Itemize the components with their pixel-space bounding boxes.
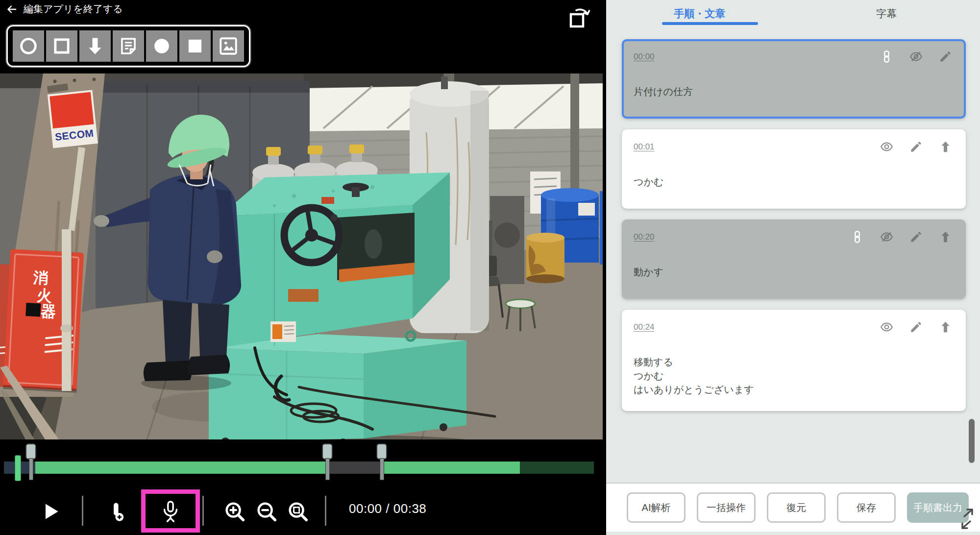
filled-square-tool-button[interactable] [179,30,211,62]
card-actions [880,140,952,153]
panel-tabs: 手順・文章 字幕 [606,0,980,27]
arrow-tool-button[interactable] [79,30,111,62]
eye-off-icon[interactable] [880,230,893,243]
active-tab-underline [662,22,758,25]
arrow-down-icon [85,36,105,56]
expand-panel-button[interactable] [957,508,977,530]
square-filled-icon [185,36,205,56]
note-tool-button[interactable] [113,30,144,62]
arrow-up-icon[interactable] [939,230,952,243]
arrow-up-icon[interactable] [939,140,952,153]
link-icon[interactable] [880,50,893,63]
card-timestamp[interactable]: 00:24 [634,322,655,332]
card-line: はいありがとうございます [634,383,953,396]
circle-filled-icon [151,36,172,56]
extinguisher-char-2: 火 [36,287,52,305]
timeline-segment[interactable] [35,462,327,474]
marker-head [322,443,333,460]
card-timestamp[interactable]: 00:20 [634,232,655,242]
card-header: 00:01 [634,140,953,153]
exit-app-label: 編集アプリを終了する [24,2,123,16]
panel-footer: AI解析一括操作復元保存手順書出力 [606,483,980,532]
shape-toolbar [6,25,250,67]
card-text: 片付けの仕方 [634,85,953,98]
zoom-in-button[interactable] [223,500,246,523]
timeline-marker-handle[interactable] [376,443,387,480]
add-marker-button[interactable] [104,501,126,522]
step-card[interactable]: 00:24 移動するつかむはいありがとうございます [622,310,966,411]
card-text: 移動するつかむはいありがとうございます [634,355,953,396]
time-display: 00:00 / 00:38 [349,483,426,535]
panel-scrollbar[interactable] [969,419,975,463]
timeline-marker-handle[interactable] [25,443,36,480]
circle-tool-button[interactable] [13,30,44,62]
edit-icon[interactable] [909,320,923,334]
exit-app-button[interactable]: 編集アプリを終了する [6,2,123,16]
controls-divider [82,496,83,526]
card-timestamp[interactable]: 00:00 [634,52,655,62]
zoom-out-button[interactable] [255,500,278,523]
step-card[interactable]: 00:20 動かす [622,219,966,299]
editor-area: 編集アプリを終了する [0,0,606,535]
footer-button[interactable]: 保存 [837,492,896,523]
play-button[interactable] [40,501,62,522]
card-line: 片付けの仕方 [634,85,953,98]
controls-divider [202,496,204,526]
tab-subtitles[interactable]: 字幕 [793,0,980,27]
card-actions [880,50,952,63]
rotate-icon [564,4,593,32]
card-line: 動かす [634,265,953,279]
edit-icon[interactable] [909,230,923,243]
footer-button[interactable]: 復元 [767,492,826,523]
card-header: 00:20 [634,230,953,243]
square-outline-icon [51,36,72,56]
zoom-reset-icon [287,500,309,523]
timeline-marker-handle[interactable] [322,443,333,480]
card-text: つかむ [634,175,953,189]
rusty-drum [526,233,564,283]
card-header: 00:24 [634,320,953,334]
marker-stem [380,458,384,480]
zoom-out-icon [255,500,278,523]
extinguisher-char-1: 消 [32,269,49,287]
record-audio-button[interactable] [141,489,200,533]
card-line: つかむ [634,175,953,189]
card-actions [851,230,952,243]
timeline-playhead[interactable] [15,455,21,481]
footer-button[interactable]: AI解析 [627,492,686,523]
transport-controls: 00:00 / 00:38 [0,483,606,535]
circle-outline-icon [18,36,39,56]
arrow-up-icon[interactable] [939,320,952,334]
footer-button[interactable]: 一括操作 [697,492,756,523]
cards-list: 00:00 片付けの仕方 00:01 つかむ 00:20 動かす 00:24 移… [622,39,966,422]
eye-icon[interactable] [880,140,893,153]
secom-sign: SECOM [48,90,98,148]
image-tool-button[interactable] [213,30,244,62]
link-icon[interactable] [851,230,864,243]
step-card[interactable]: 00:00 片付けの仕方 [622,39,966,119]
machine-base [201,332,475,439]
card-timestamp[interactable]: 00:01 [634,142,655,152]
square-tool-button[interactable] [46,30,77,62]
rotate-frame-button[interactable] [564,4,593,32]
zoom-reset-button[interactable] [287,500,309,523]
marker-head [376,443,387,460]
eye-icon[interactable] [880,320,893,334]
step-card[interactable]: 00:01 つかむ [622,129,966,209]
card-actions [880,320,952,334]
note-icon [118,36,139,56]
timeline-segment[interactable] [520,462,594,474]
timeline-segment[interactable] [327,462,382,474]
edit-icon[interactable] [909,140,923,153]
eye-off-icon[interactable] [909,50,923,63]
back-arrow-icon [6,3,18,15]
zoom-in-icon [223,500,246,523]
filled-circle-tool-button[interactable] [146,30,177,62]
video-preview[interactable]: 大 [0,73,603,439]
timeline[interactable] [0,443,606,488]
image-icon [218,36,239,56]
edit-icon[interactable] [939,50,952,63]
play-icon [40,501,62,522]
timeline-segment[interactable] [382,462,520,474]
card-line: つかむ [634,369,953,383]
